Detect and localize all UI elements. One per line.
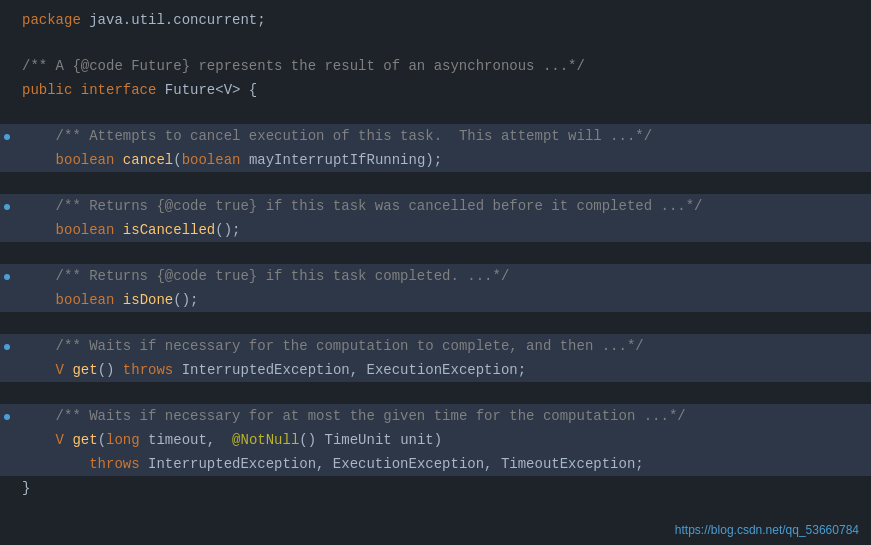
line-getlong-throws: throws InterruptedException, ExecutionEx…: [0, 452, 871, 476]
code-viewer: package java.util.concurrent;/** A {@cod…: [0, 0, 871, 545]
line-text: /** Returns {@code true} if this task wa…: [14, 195, 871, 217]
line-get-method: V get() throws InterruptedException, Exe…: [0, 358, 871, 382]
gutter-indicator: [4, 344, 10, 350]
token: /** Waits if necessary for at most the g…: [56, 408, 686, 424]
token: InterruptedException, ExecutionException…: [182, 362, 526, 378]
token: get: [72, 362, 97, 378]
token: isCancelled: [123, 222, 215, 238]
line-blank1: [0, 32, 871, 54]
line-blank4: [0, 242, 871, 264]
token: @NotNull: [232, 432, 299, 448]
line-iscancelled-comment: /** Returns {@code true} if this task wa…: [0, 194, 871, 218]
line-text: /** Attempts to cancel execution of this…: [14, 125, 871, 147]
token: cancel: [123, 152, 173, 168]
token: boolean: [56, 292, 123, 308]
token: Future: [165, 82, 215, 98]
token: long: [106, 432, 148, 448]
line-text: boolean cancel(boolean mayInterruptIfRun…: [14, 149, 871, 171]
token: boolean: [56, 152, 123, 168]
line-getlong-method: V get(long timeout, @NotNull() TimeUnit …: [0, 428, 871, 452]
gutter-indicator: [4, 274, 10, 280]
line-closing: }: [0, 476, 871, 500]
token: throws: [89, 456, 148, 472]
token: ();: [173, 292, 198, 308]
token: throws: [123, 362, 182, 378]
token: (: [98, 432, 106, 448]
token: package: [22, 12, 89, 28]
line-text: V get(long timeout, @NotNull() TimeUnit …: [14, 429, 871, 451]
token: }: [22, 480, 30, 496]
line-gutter: [0, 134, 14, 140]
line-isdone-comment: /** Returns {@code true} if this task co…: [0, 264, 871, 288]
token: boolean: [56, 222, 123, 238]
token: boolean: [182, 152, 249, 168]
watermark: https://blog.csdn.net/qq_53660784: [675, 523, 859, 537]
token: get: [72, 432, 97, 448]
token: );: [425, 152, 442, 168]
line-comment1: /** A {@code Future} represents the resu…: [0, 54, 871, 78]
token: <V> {: [215, 82, 257, 98]
line-blank6: [0, 382, 871, 404]
line-gutter: [0, 344, 14, 350]
gutter-indicator: [4, 414, 10, 420]
token: mayInterruptIfRunning: [249, 152, 425, 168]
line-text: package java.util.concurrent;: [14, 9, 871, 31]
token: TimeUnit: [325, 432, 401, 448]
line-text: /** Waits if necessary for at most the g…: [14, 405, 871, 427]
token: timeout,: [148, 432, 232, 448]
token: (): [299, 432, 324, 448]
gutter-indicator: [4, 134, 10, 140]
token: /** Attempts to cancel execution of this…: [56, 128, 653, 144]
line-blank5: [0, 312, 871, 334]
token: (): [98, 362, 123, 378]
line-package: package java.util.concurrent;: [0, 8, 871, 32]
line-gutter: [0, 274, 14, 280]
line-gutter: [0, 204, 14, 210]
line-cancel-method: boolean cancel(boolean mayInterruptIfRun…: [0, 148, 871, 172]
token: isDone: [123, 292, 173, 308]
line-iscancelled-method: boolean isCancelled();: [0, 218, 871, 242]
line-text: V get() throws InterruptedException, Exe…: [14, 359, 871, 381]
line-cancel-comment: /** Attempts to cancel execution of this…: [0, 124, 871, 148]
line-getlong-comment: /** Waits if necessary for at most the g…: [0, 404, 871, 428]
token: V: [56, 432, 73, 448]
token: /** Returns {@code true} if this task wa…: [56, 198, 703, 214]
gutter-indicator: [4, 204, 10, 210]
token: public: [22, 82, 81, 98]
line-text: public interface Future<V> {: [14, 79, 871, 101]
token: V: [56, 362, 73, 378]
line-text: /** A {@code Future} represents the resu…: [14, 55, 871, 77]
line-blank3: [0, 172, 871, 194]
token: InterruptedException, ExecutionException…: [148, 456, 644, 472]
line-text: /** Returns {@code true} if this task co…: [14, 265, 871, 287]
token: /** A {@code Future} represents the resu…: [22, 58, 585, 74]
token: unit): [400, 432, 442, 448]
line-gutter: [0, 414, 14, 420]
token: /** Returns {@code true} if this task co…: [56, 268, 510, 284]
token: /** Waits if necessary for the computati…: [56, 338, 644, 354]
line-text: }: [14, 477, 871, 499]
line-text: boolean isDone();: [14, 289, 871, 311]
line-get-comment: /** Waits if necessary for the computati…: [0, 334, 871, 358]
line-text: throws InterruptedException, ExecutionEx…: [14, 453, 871, 475]
token: (: [173, 152, 181, 168]
line-text: boolean isCancelled();: [14, 219, 871, 241]
line-blank2: [0, 102, 871, 124]
line-text: /** Waits if necessary for the computati…: [14, 335, 871, 357]
line-class-decl: public interface Future<V> {: [0, 78, 871, 102]
token: ();: [215, 222, 240, 238]
line-isdone-method: boolean isDone();: [0, 288, 871, 312]
token: java.util.concurrent;: [89, 12, 265, 28]
token: interface: [81, 82, 165, 98]
